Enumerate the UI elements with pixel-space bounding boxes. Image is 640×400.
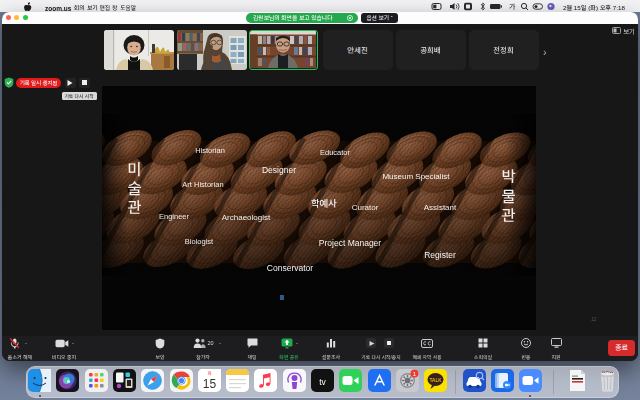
svg-text:화: 화 <box>207 370 211 376</box>
svg-text:tv: tv <box>319 377 326 387</box>
svg-text:15: 15 <box>203 377 217 391</box>
svg-text:가: 가 <box>509 2 516 11</box>
svg-text:TALK: TALK <box>430 377 443 383</box>
